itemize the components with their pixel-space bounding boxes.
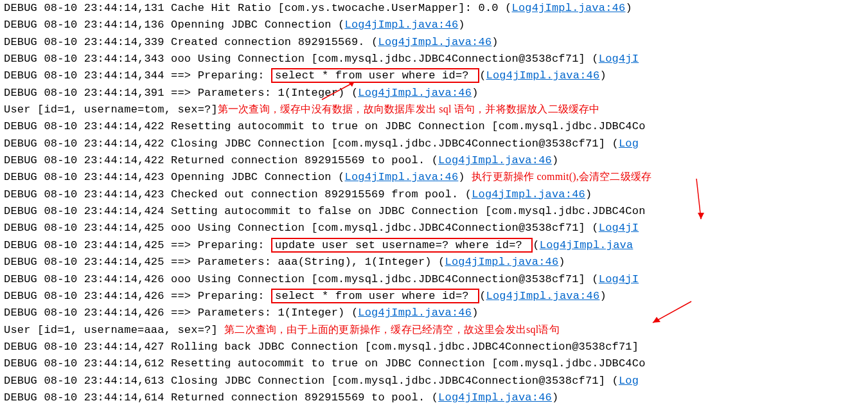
log-line-2: DEBUG 08-10 23:44:14,339 Created connect… [4, 34, 864, 51]
highlighted-sql-select-2: select * from user where id=? [271, 289, 479, 303]
source-link[interactable]: Log4jImpl.java:46 [438, 391, 552, 404]
log-text: ( [533, 239, 539, 251]
log-line-16: DEBUG 08-10 23:44:14,426 ooo Using Conne… [4, 271, 864, 288]
source-link[interactable]: Log4jImpl.java:46 [358, 307, 472, 319]
log-text: ) [458, 19, 465, 31]
source-link[interactable]: Log [619, 138, 639, 150]
log-line-7: DEBUG 08-10 23:44:14,422 Resetting autoc… [4, 118, 864, 135]
log-line-1: DEBUG 08-10 23:44:14,136 Openning JDBC C… [4, 17, 864, 33]
annotation-1: 第一次查询，缓存中没有数据，故向数据库发出 sql 语句，并将数据放入二级缓存中 [218, 103, 600, 114]
source-link[interactable]: Log4jImpl.java:46 [512, 2, 626, 14]
log-text: DEBUG 08-10 23:44:14,426 ooo Using Conne… [4, 273, 599, 285]
source-link[interactable]: Log4jImpl.java:46 [472, 188, 585, 201]
log-line-21: DEBUG 08-10 23:44:14,612 Resetting autoc… [4, 355, 864, 372]
log-text: ( [479, 290, 486, 302]
log-text: DEBUG 08-10 23:44:14,427 Rolling back JD… [4, 341, 639, 353]
highlighted-sql-select-1: select * from user where id=? [271, 68, 479, 83]
source-link[interactable]: Log4jImpl.java:46 [486, 69, 600, 82]
log-text: DEBUG 08-10 23:44:14,344 ==> Preparing: [4, 69, 271, 82]
log-text: DEBUG 08-10 23:44:14,614 Returned connec… [4, 391, 438, 404]
log-line-9: DEBUG 08-10 23:44:14,422 Returned connec… [4, 152, 864, 169]
log-text: ) [625, 2, 632, 14]
log-text: ) [585, 188, 592, 201]
highlighted-sql-update: update user set username=? where id=? [271, 238, 533, 253]
log-output: DEBUG 08-10 23:44:14,131 Cache Hit Ratio… [0, 0, 868, 406]
log-text: ( [479, 69, 486, 82]
log-text: DEBUG 08-10 23:44:14,424 Setting autocom… [4, 205, 646, 217]
log-line-4: DEBUG 08-10 23:44:14,344 ==> Preparing: … [4, 67, 864, 84]
log-line-19: User [id=1, username=aaa, sex=?] 第二次查询，由… [4, 322, 864, 339]
log-text: DEBUG 08-10 23:44:14,136 Openning JDBC C… [4, 19, 345, 31]
log-line-5: DEBUG 08-10 23:44:14,391 ==> Parameters:… [4, 85, 864, 102]
log-text: DEBUG 08-10 23:44:14,425 ooo Using Conne… [4, 222, 599, 234]
log-line-18: DEBUG 08-10 23:44:14,426 ==> Parameters:… [4, 305, 864, 321]
source-link[interactable]: Log4jImpl.java:46 [345, 171, 459, 183]
source-link[interactable]: Log4jImpl.java [540, 239, 633, 251]
log-text: ) [472, 87, 478, 99]
log-line-20: DEBUG 08-10 23:44:14,427 Rolling back JD… [4, 339, 864, 355]
log-line-6: User [id=1, username=tom, sex=?]第一次查询，缓存… [4, 102, 864, 118]
log-text: ) [558, 256, 565, 268]
log-text: DEBUG 08-10 23:44:14,613 Closing JDBC Co… [4, 375, 619, 387]
log-text: ) [458, 171, 472, 183]
log-text: DEBUG 08-10 23:44:14,343 ooo Using Conne… [4, 53, 599, 65]
log-line-15: DEBUG 08-10 23:44:14,425 ==> Parameters:… [4, 254, 864, 271]
log-text: ) [472, 307, 478, 319]
log-text: DEBUG 08-10 23:44:14,423 Checked out con… [4, 188, 472, 201]
log-text: DEBUG 08-10 23:44:14,426 ==> Parameters:… [4, 307, 358, 319]
log-line-22: DEBUG 08-10 23:44:14,613 Closing JDBC Co… [4, 373, 864, 390]
source-link[interactable]: Log4jImpl.java:46 [345, 19, 459, 31]
log-line-13: DEBUG 08-10 23:44:14,425 ooo Using Conne… [4, 220, 864, 237]
log-text: DEBUG 08-10 23:44:14,425 ==> Parameters:… [4, 256, 445, 268]
log-text: DEBUG 08-10 23:44:14,426 ==> Preparing: [4, 290, 271, 302]
log-text: DEBUG 08-10 23:44:14,339 Created connect… [4, 36, 378, 48]
source-link[interactable]: Log4jI [599, 222, 639, 234]
log-text: ) [552, 154, 558, 166]
log-line-12: DEBUG 08-10 23:44:14,424 Setting autocom… [4, 203, 864, 220]
log-text: ) [492, 36, 498, 48]
log-text: ) [599, 290, 606, 302]
log-line-8: DEBUG 08-10 23:44:14,422 Closing JDBC Co… [4, 136, 864, 152]
log-text: DEBUG 08-10 23:44:14,423 Openning JDBC C… [4, 171, 345, 183]
annotation-2: 执行更新操作 commit(),会清空二级缓存 [472, 171, 651, 182]
log-text: DEBUG 08-10 23:44:14,422 Resetting autoc… [4, 120, 646, 132]
source-link[interactable]: Log4jI [599, 53, 639, 65]
svg-line-4 [653, 301, 691, 323]
log-line-11: DEBUG 08-10 23:44:14,423 Checked out con… [4, 186, 864, 203]
log-line-0: DEBUG 08-10 23:44:14,131 Cache Hit Ratio… [4, 0, 864, 17]
log-text: ) [552, 391, 558, 404]
log-line-3: DEBUG 08-10 23:44:14,343 ooo Using Conne… [4, 51, 864, 67]
annotation-3: 第二次查询，由于上面的更新操作，缓存已经清空，故这里会发出sql语句 [224, 324, 559, 335]
log-line-10: DEBUG 08-10 23:44:14,423 Openning JDBC C… [4, 169, 864, 186]
source-link[interactable]: Log4jImpl.java:46 [445, 256, 559, 268]
log-text: DEBUG 08-10 23:44:14,422 Closing JDBC Co… [4, 138, 619, 150]
source-link[interactable]: Log4jI [599, 273, 639, 285]
source-link[interactable]: Log4jImpl.java:46 [358, 87, 472, 99]
log-text: User [id=1, username=aaa, sex=?] [4, 324, 224, 336]
log-text: DEBUG 08-10 23:44:14,391 ==> Parameters:… [4, 87, 358, 99]
log-line-23: DEBUG 08-10 23:44:14,614 Returned connec… [4, 390, 864, 406]
log-text: DEBUG 08-10 23:44:14,425 ==> Preparing: [4, 239, 271, 251]
log-text: DEBUG 08-10 23:44:14,131 Cache Hit Ratio… [4, 2, 512, 14]
log-line-17: DEBUG 08-10 23:44:14,426 ==> Preparing: … [4, 288, 864, 305]
log-line-14: DEBUG 08-10 23:44:14,425 ==> Preparing: … [4, 237, 864, 254]
log-text: User [id=1, username=tom, sex=?] [4, 103, 218, 116]
log-text: ) [599, 69, 606, 82]
source-link[interactable]: Log [619, 375, 639, 387]
source-link[interactable]: Log4jImpl.java:46 [378, 36, 492, 48]
log-text: DEBUG 08-10 23:44:14,422 Returned connec… [4, 154, 438, 166]
source-link[interactable]: Log4jImpl.java:46 [486, 290, 600, 302]
log-text: DEBUG 08-10 23:44:14,612 Resetting autoc… [4, 357, 646, 370]
source-link[interactable]: Log4jImpl.java:46 [438, 154, 552, 166]
